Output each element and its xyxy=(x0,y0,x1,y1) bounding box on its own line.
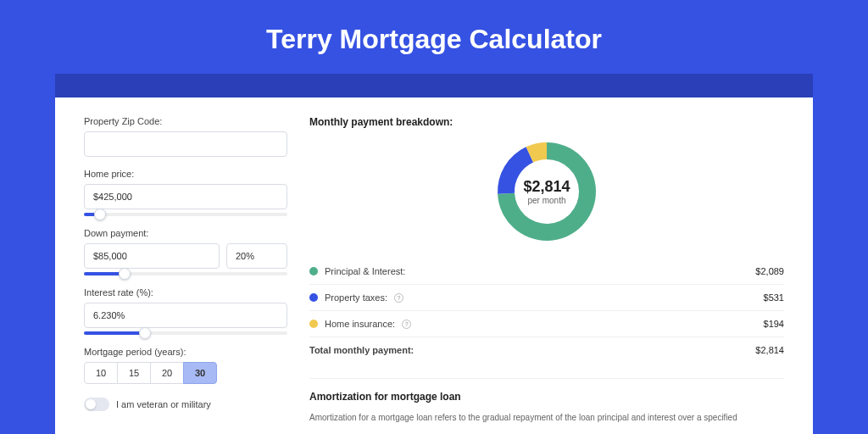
total-label: Total monthly payment: xyxy=(309,345,414,355)
breakdown-row: Principal & Interest:$2,089 xyxy=(309,259,784,284)
period-option-20[interactable]: 20 xyxy=(150,362,184,384)
form-panel: Property Zip Code: Home price: Down paym… xyxy=(84,116,287,424)
info-icon[interactable]: ? xyxy=(394,293,403,303)
period-option-10[interactable]: 10 xyxy=(84,362,118,384)
page-header: Terry Mortgage Calculator xyxy=(0,0,868,74)
down-payment-label: Down payment: xyxy=(84,228,287,238)
down-payment-slider[interactable] xyxy=(84,272,287,275)
breakdown-row: Property taxes:?$531 xyxy=(309,284,784,310)
breakdown-label: Home insurance: xyxy=(325,319,395,329)
interest-slider[interactable] xyxy=(84,331,287,335)
breakdown-label: Principal & Interest: xyxy=(325,266,405,276)
interest-input[interactable] xyxy=(84,303,287,328)
breakdown-value: $531 xyxy=(764,292,784,303)
home-price-input[interactable] xyxy=(84,184,287,209)
total-value: $2,814 xyxy=(755,345,784,355)
amortization-section: Amortization for mortgage loan Amortizat… xyxy=(309,378,784,424)
calculator-card: Property Zip Code: Home price: Down paym… xyxy=(55,97,813,434)
legend-dot-icon xyxy=(309,320,318,328)
chart-center-value: $2,814 xyxy=(523,178,570,196)
breakdown-value: $194 xyxy=(764,319,784,329)
legend-dot-icon xyxy=(309,293,318,302)
down-payment-input[interactable] xyxy=(84,243,220,269)
home-price-slider[interactable] xyxy=(84,213,287,216)
period-option-15[interactable]: 15 xyxy=(117,362,151,384)
slider-thumb[interactable] xyxy=(139,327,151,339)
period-segmented: 10152030 xyxy=(84,362,287,384)
veteran-toggle[interactable] xyxy=(84,398,109,411)
breakdown-panel: Monthly payment breakdown: $2,814 per mo… xyxy=(309,116,784,424)
page-title: Terry Mortgage Calculator xyxy=(0,24,868,55)
period-label: Mortgage period (years): xyxy=(84,347,287,357)
interest-label: Interest rate (%): xyxy=(84,287,287,298)
donut-chart-wrap: $2,814 per month xyxy=(309,140,784,243)
donut-chart: $2,814 per month xyxy=(495,140,598,243)
zip-label: Property Zip Code: xyxy=(84,116,287,126)
breakdown-title: Monthly payment breakdown: xyxy=(309,116,784,128)
amortization-title: Amortization for mortgage loan xyxy=(309,391,784,403)
total-row: Total monthly payment: $2,814 xyxy=(309,337,784,363)
toggle-knob xyxy=(86,399,96,409)
home-price-label: Home price: xyxy=(84,169,287,179)
veteran-label: I am veteran or military xyxy=(116,399,211,409)
slider-thumb[interactable] xyxy=(94,209,106,220)
slider-thumb[interactable] xyxy=(119,268,131,280)
zip-input[interactable] xyxy=(84,131,287,157)
info-icon[interactable]: ? xyxy=(402,320,411,329)
breakdown-label: Property taxes: xyxy=(325,292,387,303)
period-option-30[interactable]: 30 xyxy=(183,362,217,384)
breakdown-row: Home insurance:?$194 xyxy=(309,310,784,337)
legend-dot-icon xyxy=(309,267,318,275)
breakdown-value: $2,089 xyxy=(755,266,784,276)
accent-bar xyxy=(55,74,813,97)
chart-center-label: per month xyxy=(527,196,565,205)
amortization-text: Amortization for a mortgage loan refers … xyxy=(309,411,784,424)
down-payment-pct-input[interactable] xyxy=(226,243,287,269)
